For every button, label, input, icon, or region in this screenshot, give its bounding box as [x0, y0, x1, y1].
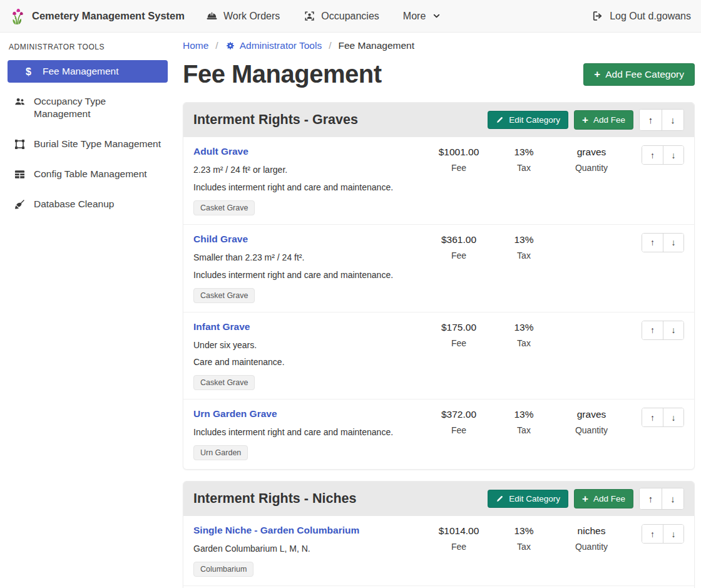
- fee-label: Fee: [425, 425, 493, 435]
- edit-category-button[interactable]: Edit Category: [488, 490, 568, 508]
- tax-value: 13%: [493, 234, 555, 245]
- fee-category-list: Interment Rights - Graves Edit Category …: [183, 102, 695, 588]
- fee-row: Child Grave Smaller than 2.23 m² / 24 ft…: [183, 224, 694, 312]
- fee-description: Smaller than 2.23 m² / 24 ft².: [193, 252, 420, 264]
- fee-description: Under six years.: [193, 339, 420, 351]
- fee-name-link[interactable]: Adult Grave: [193, 146, 248, 157]
- sidebar-item-fee-management[interactable]: $ Fee Management: [8, 60, 168, 83]
- arrow-down-icon: ↓: [670, 493, 675, 504]
- nav-item-more[interactable]: More: [403, 11, 441, 22]
- plus-icon: +: [582, 115, 588, 125]
- top-navbar: Cemetery Management System Work Orders O…: [0, 0, 701, 33]
- move-category-up-button[interactable]: ↑: [640, 110, 662, 130]
- breadcrumb-admin-link[interactable]: Administrator Tools: [225, 40, 322, 51]
- fee-description: 2.23 m² / 24 ft² or larger.: [193, 164, 420, 176]
- chevron-down-icon: [432, 12, 441, 20]
- sidebar-item-burial-site-type-management[interactable]: Burial Site Type Management: [8, 133, 168, 155]
- tax-label: Tax: [493, 163, 555, 173]
- arrow-up-icon: ↑: [648, 493, 653, 504]
- quantity-label: Quantity: [555, 425, 628, 435]
- breadcrumb-home-link[interactable]: Home: [183, 40, 208, 51]
- arrow-up-icon: ↑: [650, 150, 655, 160]
- quantity-label: Quantity: [555, 163, 628, 173]
- logout-label: Log Out d.gowans: [610, 11, 691, 22]
- logout-icon: [591, 10, 603, 22]
- fee-description: Includes interment right and care and ma…: [193, 182, 420, 193]
- fee-row: Adult Grave 2.23 m² / 24 ft² or larger.I…: [183, 137, 694, 224]
- app-title: Cemetery Management System: [32, 10, 185, 22]
- admin-sidebar: ADMINISTRATOR TOOLS $ Fee Management Occ…: [0, 33, 175, 588]
- fee-category-card: Interment Rights - Niches Edit Category …: [183, 481, 695, 588]
- add-fee-category-button[interactable]: + Add Fee Category: [583, 63, 695, 86]
- move-fee-up-button[interactable]: ↑: [642, 408, 663, 426]
- fee-label: Fee: [425, 542, 493, 552]
- move-fee-down-button[interactable]: ↓: [663, 525, 683, 543]
- arrow-down-icon: ↓: [672, 150, 676, 160]
- move-category-up-button[interactable]: ↑: [640, 488, 662, 509]
- move-category-down-button[interactable]: ↓: [662, 110, 683, 130]
- tax-label: Tax: [493, 338, 555, 348]
- page-title: Fee Management: [183, 60, 583, 88]
- add-fee-button[interactable]: + Add Fee: [574, 489, 633, 508]
- arrow-up-icon: ↑: [650, 325, 655, 335]
- nav-item-work-orders[interactable]: Work Orders: [206, 10, 280, 22]
- breadcrumb-separator: /: [329, 40, 331, 51]
- hard-hat-icon: [206, 10, 218, 22]
- tax-label: Tax: [493, 250, 555, 260]
- move-fee-down-button[interactable]: ↓: [663, 234, 683, 252]
- move-fee-up-button[interactable]: ↑: [642, 146, 663, 164]
- plus-icon: +: [594, 69, 600, 80]
- tulips-logo-icon: [10, 7, 26, 26]
- breadcrumb: Home / Administrator Tools / Fee Manage: [183, 40, 695, 51]
- fee-name-link[interactable]: Single Niche - Garden Columbarium: [193, 525, 359, 536]
- sidebar-item-occupancy-type-management[interactable]: Occupancy Type Management: [8, 90, 168, 125]
- fee-name-link[interactable]: Infant Grave: [193, 321, 250, 333]
- category-reorder-group: ↑ ↓: [639, 488, 684, 510]
- fee-label: Fee: [425, 250, 493, 260]
- pencil-icon: [496, 116, 504, 124]
- fee-amount: $361.00: [425, 234, 493, 245]
- fee-description: Includes interment right and care and ma…: [193, 426, 420, 438]
- pencil-icon: [496, 495, 504, 503]
- fee-name-link[interactable]: Urn Garden Grave: [193, 408, 277, 420]
- tax-label: Tax: [493, 542, 555, 552]
- frame-icon: [14, 138, 26, 150]
- fee-row: Companion Niche - Garden Columbarium Gar…: [183, 585, 694, 588]
- fee-row: Infant Grave Under six years.Care and ma…: [183, 312, 694, 400]
- move-fee-up-button[interactable]: ↑: [642, 525, 663, 543]
- fee-amount: $1001.00: [425, 147, 493, 158]
- fee-reorder-group: ↑ ↓: [642, 145, 684, 165]
- sidebar-item-database-cleanup[interactable]: Database Cleanup: [8, 193, 168, 215]
- edit-category-button[interactable]: Edit Category: [488, 111, 568, 129]
- move-fee-up-button[interactable]: ↑: [642, 321, 663, 339]
- fee-type-badge: Casket Grave: [193, 375, 255, 390]
- logout-link[interactable]: Log Out d.gowans: [591, 10, 691, 22]
- add-fee-button[interactable]: + Add Fee: [574, 110, 633, 130]
- arrow-up-icon: ↑: [650, 529, 655, 539]
- sidebar-item-config-table-management[interactable]: Config Table Management: [8, 163, 168, 185]
- occupancy-icon: [304, 10, 315, 22]
- fee-amount: $1014.00: [425, 525, 493, 537]
- fee-reorder-group: ↑ ↓: [642, 321, 684, 340]
- plus-icon: +: [582, 493, 588, 504]
- fee-label: Fee: [425, 338, 493, 348]
- arrow-up-icon: ↑: [648, 115, 653, 125]
- move-category-down-button[interactable]: ↓: [662, 488, 683, 509]
- fee-name-link[interactable]: Child Grave: [193, 234, 248, 245]
- arrow-up-icon: ↑: [650, 237, 655, 247]
- move-fee-down-button[interactable]: ↓: [663, 146, 683, 164]
- people-icon: [14, 96, 26, 108]
- fee-description: Includes interment right and care and ma…: [193, 269, 420, 281]
- arrow-up-icon: ↑: [650, 413, 655, 423]
- move-fee-down-button[interactable]: ↓: [663, 321, 683, 339]
- arrow-down-icon: ↓: [672, 237, 676, 247]
- tax-value: 13%: [493, 322, 555, 333]
- broom-icon: [14, 199, 26, 210]
- nav-item-occupancies[interactable]: Occupancies: [304, 10, 379, 22]
- fee-type-badge: Casket Grave: [193, 200, 255, 215]
- fee-row: Urn Garden Grave Includes interment righ…: [183, 399, 694, 469]
- move-fee-up-button[interactable]: ↑: [642, 234, 663, 252]
- move-fee-down-button[interactable]: ↓: [663, 408, 683, 426]
- fee-label: Fee: [425, 163, 493, 173]
- fee-category-card: Interment Rights - Graves Edit Category …: [183, 102, 695, 470]
